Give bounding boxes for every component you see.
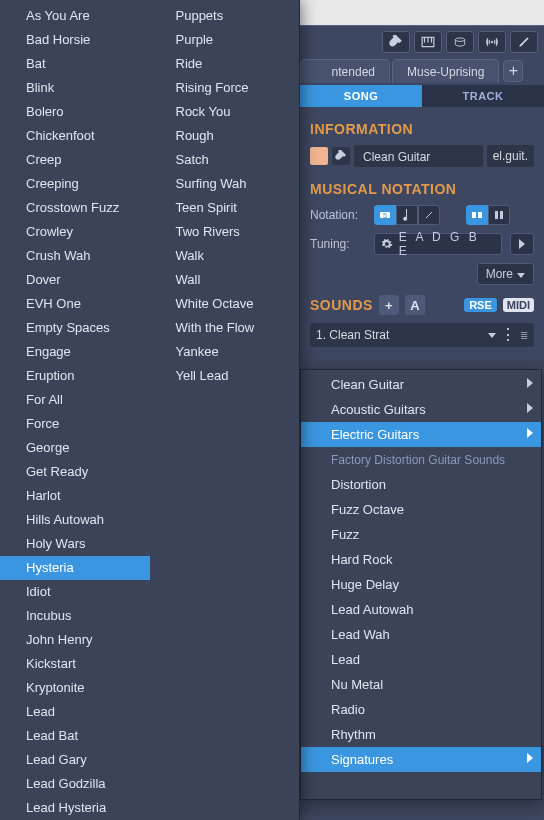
preset-item[interactable]: Bat <box>0 52 150 76</box>
preset-item[interactable]: Engage <box>0 340 150 364</box>
preset-item[interactable]: Chickenfoot <box>0 124 150 148</box>
preset-item[interactable]: Get Ready <box>0 460 150 484</box>
preset-item[interactable]: Hysteria <box>0 556 150 580</box>
category-item[interactable]: Huge Delay <box>301 572 541 597</box>
add-sound-button[interactable]: + <box>379 295 399 315</box>
preset-item[interactable]: Crush Wah <box>0 244 150 268</box>
svg-rect-1 <box>424 37 425 42</box>
preset-item[interactable]: Hills Autowah <box>0 508 150 532</box>
preset-item[interactable]: Satch <box>150 148 300 172</box>
category-item[interactable]: Lead Autowah <box>301 597 541 622</box>
category-item[interactable]: Distortion <box>301 472 541 497</box>
preset-item[interactable]: Lead Gary <box>0 748 150 772</box>
preset-item[interactable]: Lead Bat <box>0 724 150 748</box>
preset-item[interactable]: Kickstart <box>0 652 150 676</box>
notation-view-single[interactable] <box>488 205 510 225</box>
preset-item[interactable]: Crosstown Fuzz <box>0 196 150 220</box>
sound-slot[interactable]: 1. Clean Strat ⋮ ≣ <box>310 323 534 347</box>
doc-tab-left[interactable]: ntended <box>300 59 390 83</box>
preset-item[interactable]: With the Flow <box>150 316 300 340</box>
notation-view-multitrack[interactable] <box>466 205 488 225</box>
category-item: Factory Distortion Guitar Sounds <box>301 447 541 472</box>
preset-item[interactable]: Harlot <box>0 484 150 508</box>
preset-item[interactable]: Empty Spaces <box>0 316 150 340</box>
preset-item[interactable]: White Octave <box>150 292 300 316</box>
category-item[interactable]: Fuzz <box>301 522 541 547</box>
preset-item[interactable]: Rising Force <box>150 76 300 100</box>
drag-handle-icon[interactable]: ≣ <box>520 330 528 341</box>
category-item[interactable]: Electric Guitars <box>301 422 541 447</box>
preset-item[interactable]: Purple <box>150 28 300 52</box>
category-item[interactable]: Signatures <box>301 747 541 772</box>
doc-tab-right[interactable]: Muse-Uprising <box>392 59 499 83</box>
tuning-play-button[interactable] <box>510 233 534 255</box>
rse-toggle[interactable]: RSE <box>464 298 497 312</box>
preset-item[interactable]: Creeping <box>0 172 150 196</box>
notation-mode-standard[interactable] <box>396 205 418 225</box>
category-item[interactable]: Hard Rock <box>301 547 541 572</box>
preset-item[interactable]: Force <box>0 412 150 436</box>
preset-item[interactable]: Ride <box>150 52 300 76</box>
notation-view-group <box>466 205 510 225</box>
preset-item[interactable]: Yell Lead <box>150 364 300 388</box>
preset-item[interactable]: Lead Hysteria <box>0 796 150 820</box>
category-item[interactable]: Acoustic Guitars <box>301 397 541 422</box>
track-color-swatch[interactable] <box>310 147 328 165</box>
signal-icon[interactable] <box>478 31 506 53</box>
preset-item[interactable]: Wall <box>150 268 300 292</box>
add-tab-button[interactable]: + <box>503 60 523 82</box>
preset-item[interactable]: Incubus <box>0 604 150 628</box>
preset-item[interactable]: George <box>0 436 150 460</box>
category-item[interactable]: Radio <box>301 697 541 722</box>
category-item[interactable]: Nu Metal <box>301 672 541 697</box>
piano-icon[interactable] <box>414 31 442 53</box>
preset-item[interactable]: Surfing Wah <box>150 172 300 196</box>
svg-rect-2 <box>427 37 428 42</box>
category-item[interactable]: Rhythm <box>301 722 541 747</box>
bass-icon[interactable] <box>510 31 538 53</box>
preset-item[interactable]: Rough <box>150 124 300 148</box>
category-item[interactable]: Lead <box>301 647 541 672</box>
track-short-input[interactable]: el.guit. <box>487 145 534 167</box>
drums-icon[interactable] <box>446 31 474 53</box>
preset-item[interactable]: Bolero <box>0 100 150 124</box>
tuning-selector[interactable]: E A D G B E <box>374 233 502 255</box>
preset-item[interactable]: EVH One <box>0 292 150 316</box>
preset-item[interactable]: Walk <box>150 244 300 268</box>
preset-item[interactable]: Blink <box>0 76 150 100</box>
preset-item[interactable]: Eruption <box>0 364 150 388</box>
notation-mode-tab[interactable]: 5 <box>374 205 396 225</box>
preset-item[interactable]: Puppets <box>150 4 300 28</box>
category-item[interactable]: Lead Wah <box>301 622 541 647</box>
notation-mode-slash[interactable] <box>418 205 440 225</box>
preset-item[interactable]: Dover <box>0 268 150 292</box>
preset-item[interactable]: Two Rivers <box>150 220 300 244</box>
preset-item[interactable]: Lead Godzilla <box>0 772 150 796</box>
preset-item[interactable]: Crowley <box>0 220 150 244</box>
preset-item[interactable]: John Henry <box>0 628 150 652</box>
preset-item[interactable]: Lead <box>0 700 150 724</box>
preset-item[interactable]: For All <box>0 388 150 412</box>
guitar-icon[interactable] <box>382 31 410 53</box>
information-heading: INFORMATION <box>310 121 534 137</box>
more-button[interactable]: More <box>477 263 534 285</box>
sound-category-menu: Clean GuitarAcoustic GuitarsElectric Gui… <box>300 369 542 800</box>
preset-item[interactable]: Teen Spirit <box>150 196 300 220</box>
preset-item[interactable]: Kryptonite <box>0 676 150 700</box>
preset-item[interactable]: Holy Wars <box>0 532 150 556</box>
automation-button[interactable]: A <box>405 295 425 315</box>
svg-rect-9 <box>478 212 482 218</box>
preset-item[interactable]: Bad Horsie <box>0 28 150 52</box>
tab-song[interactable]: SONG <box>300 85 422 107</box>
category-item[interactable] <box>301 772 541 797</box>
category-item[interactable]: Clean Guitar <box>301 372 541 397</box>
tab-track[interactable]: TRACK <box>422 85 544 107</box>
category-item[interactable]: Fuzz Octave <box>301 497 541 522</box>
preset-item[interactable]: Yankee <box>150 340 300 364</box>
midi-toggle[interactable]: MIDI <box>503 298 534 312</box>
preset-item[interactable]: As You Are <box>0 4 150 28</box>
preset-item[interactable]: Rock You <box>150 100 300 124</box>
preset-item[interactable]: Idiot <box>0 580 150 604</box>
track-name-input[interactable]: Clean Guitar <box>354 145 483 167</box>
preset-item[interactable]: Creep <box>0 148 150 172</box>
